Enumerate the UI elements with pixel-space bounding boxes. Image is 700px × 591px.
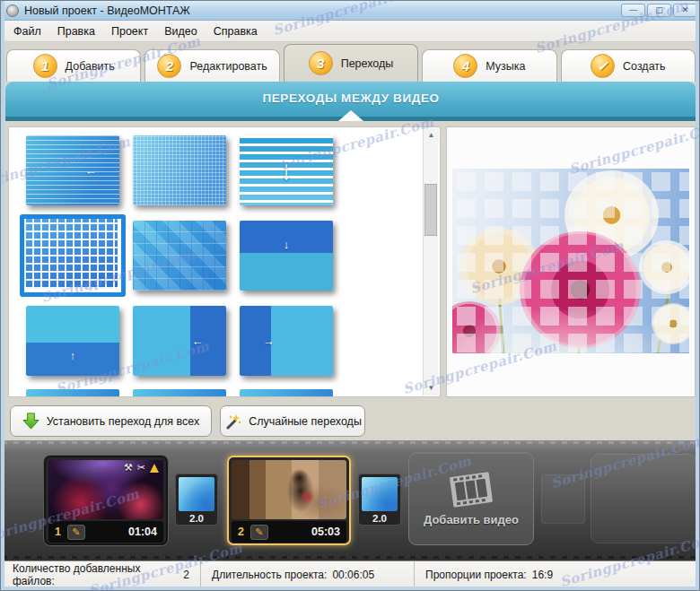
clip-info-bar: 2 ✎ 05:03 xyxy=(232,521,346,543)
transition-thumbnail-partial[interactable] xyxy=(26,389,119,397)
flask-icon xyxy=(150,464,159,473)
menu-file[interactable]: Файл xyxy=(5,22,49,40)
magic-wand-icon xyxy=(223,413,241,430)
transition-thumbnail[interactable]: ↓ xyxy=(240,221,333,291)
tab-strip: 1 Добавить 2 Редактировать 3 Переходы 4 … xyxy=(6,44,696,82)
clip-1-thumbnail: ⚒ ✂ xyxy=(48,460,163,519)
tab-number-icon: 2 xyxy=(157,54,181,78)
app-window: Новый проект - ВидеоМОНТАЖ — ▢ ✕ Файл Пр… xyxy=(0,0,700,591)
tools-icon: ⚒ xyxy=(124,463,133,473)
transition-thumbnail-selected[interactable] xyxy=(24,219,118,289)
menu-edit[interactable]: Правка xyxy=(49,22,103,40)
tab-edit[interactable]: 2 Редактировать xyxy=(144,49,279,82)
transition-thumbnail[interactable]: ← xyxy=(26,135,119,205)
clip-number: 1 xyxy=(55,526,61,538)
window-title: Новый проект - ВидеоМОНТАЖ xyxy=(24,4,190,17)
scrollbar[interactable]: ▲ ▼ xyxy=(423,128,438,395)
arrow-down-icon: ↓ xyxy=(284,238,290,251)
transition-thumbnail-partial[interactable] xyxy=(133,389,226,397)
section-title: ПЕРЕХОДЫ МЕЖДУ ВИДЕО xyxy=(5,91,696,105)
checkmark-icon: ✓ xyxy=(591,54,615,78)
clip-info-bar: 1 ✎ 01:04 xyxy=(48,521,163,543)
transition-preview-image xyxy=(452,169,689,353)
timeline: ⚒ ✂ 1 ✎ 01:04 2.0 2 ✎ 05:03 xyxy=(2,440,700,561)
transition-thumbnail[interactable] xyxy=(133,221,226,291)
tab-number-icon: 4 xyxy=(453,54,477,78)
scroll-up-icon[interactable]: ▲ xyxy=(424,128,439,143)
menu-video[interactable]: Видео xyxy=(156,22,206,40)
transitions-list: ← ↓ ↓ ↑ ← → xyxy=(8,126,441,397)
maximize-button[interactable]: ▢ xyxy=(647,4,671,17)
timeline-clip-1[interactable]: ⚒ ✂ 1 ✎ 01:04 xyxy=(44,456,168,545)
add-video-button[interactable]: Добавить видео xyxy=(408,452,534,545)
clip-duration: 01:04 xyxy=(128,526,157,538)
timeline-transition-1[interactable]: 2.0 xyxy=(175,474,218,526)
project-duration-label: Длительность проекта: xyxy=(212,569,327,581)
clip-2-thumbnail xyxy=(232,460,346,519)
clip-slot-placeholder xyxy=(591,454,696,543)
timeline-transition-2[interactable]: 2.0 xyxy=(358,474,401,526)
arrow-left-icon: ← xyxy=(192,335,204,348)
tab-number-icon: 1 xyxy=(33,54,57,78)
transition-thumbnail-partial[interactable] xyxy=(240,389,333,397)
transition-slot-placeholder xyxy=(541,474,585,524)
tab-create[interactable]: ✓ Создать xyxy=(561,49,696,82)
arrow-right-icon: → xyxy=(263,335,275,348)
timeline-clip-2[interactable]: 2 ✎ 05:03 xyxy=(227,456,351,545)
menu-bar: Файл Правка Проект Видео Справка xyxy=(2,21,700,42)
toolbar: Установить переход для всех Случайные пе… xyxy=(1,404,700,439)
transition-duration: 2.0 xyxy=(362,511,398,526)
transition-thumbnail[interactable]: ← xyxy=(133,306,226,376)
arrow-up-icon: ↑ xyxy=(70,349,76,362)
edit-pencil-icon[interactable]: ✎ xyxy=(250,525,268,540)
aspect-ratio-value: 16:9 xyxy=(532,569,553,581)
transition-thumbnail[interactable]: → xyxy=(240,306,333,376)
title-bar[interactable]: Новый проект - ВидеоМОНТАЖ — ▢ ✕ xyxy=(1,1,700,21)
transition-thumbnail[interactable] xyxy=(133,135,226,205)
set-transition-for-all-button[interactable]: Установить переход для всех xyxy=(10,405,212,437)
clip-duration: 05:03 xyxy=(311,526,340,538)
filmstrip-icon xyxy=(448,472,494,508)
transition-duration: 2.0 xyxy=(179,511,214,526)
close-button[interactable]: ✕ xyxy=(673,4,697,17)
scrollbar-thumb[interactable] xyxy=(424,184,437,236)
aspect-ratio-label: Пропорции проекта: xyxy=(425,569,527,581)
tab-music[interactable]: 4 Музыка xyxy=(422,49,556,82)
green-down-arrow-icon xyxy=(22,413,39,430)
edit-pencil-icon[interactable]: ✎ xyxy=(67,525,85,540)
arrow-down-icon: ↓ xyxy=(280,155,293,186)
selected-transition-frame xyxy=(20,214,126,297)
transition-thumbnail[interactable]: ↑ xyxy=(26,306,119,376)
tab-number-icon: 3 xyxy=(309,51,333,75)
tab-add[interactable]: 1 Добавить xyxy=(6,49,141,82)
transition-thumbnail[interactable]: ↓ xyxy=(240,135,333,205)
header-notch xyxy=(338,110,363,121)
status-bar: Количество добавленных файлов: 2 Длитель… xyxy=(2,561,700,588)
files-count-label: Количество добавленных файлов: xyxy=(13,562,178,587)
random-transitions-button[interactable]: Случайные переходы xyxy=(220,405,365,437)
square-wipe-overlay xyxy=(452,169,689,353)
files-count-value: 2 xyxy=(183,569,189,581)
app-icon xyxy=(6,4,19,17)
tab-transitions[interactable]: 3 Переходы xyxy=(284,44,418,82)
menu-help[interactable]: Справка xyxy=(206,22,266,40)
preview-panel xyxy=(446,126,696,397)
section-header: ПЕРЕХОДЫ МЕЖДУ ВИДЕО xyxy=(5,82,696,121)
project-duration-value: 00:06:05 xyxy=(332,569,374,581)
scissors-icon: ✂ xyxy=(137,463,145,473)
arrow-left-icon: ← xyxy=(85,164,97,178)
transition-thumbnail-small xyxy=(362,477,398,511)
menu-project[interactable]: Проект xyxy=(103,22,156,40)
transition-thumbnail-small xyxy=(179,477,214,511)
minimize-button[interactable]: — xyxy=(621,4,645,17)
clip-number: 2 xyxy=(238,526,244,538)
scroll-down-icon[interactable]: ▼ xyxy=(424,381,439,395)
